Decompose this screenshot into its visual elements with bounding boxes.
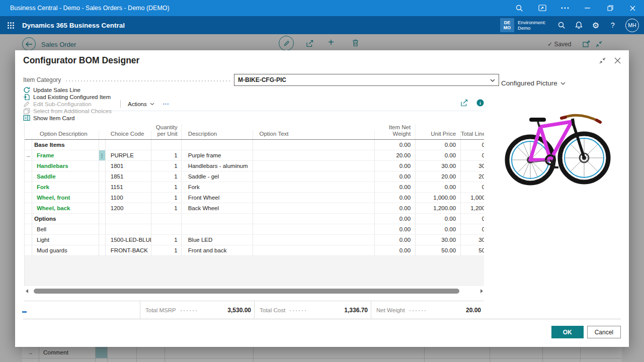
scroll-right-icon[interactable] bbox=[479, 289, 484, 293]
option-text-cell[interactable] bbox=[253, 140, 375, 150]
total-line-price-cell[interactable]: 0.00 bbox=[461, 224, 484, 234]
minimize-icon[interactable] bbox=[576, 0, 599, 16]
bell-icon[interactable] bbox=[570, 16, 587, 34]
net-weight-cell[interactable]: 0.00 bbox=[375, 161, 416, 171]
table-row[interactable]: Wheel, back12001Back Wheel0.001,200.001,… bbox=[25, 203, 484, 214]
choice-code-cell[interactable]: 1151 bbox=[106, 182, 151, 192]
share-icon[interactable] bbox=[460, 99, 468, 109]
choice-code-cell[interactable]: FRONT-BACK bbox=[106, 245, 151, 255]
choice-code-cell[interactable]: PURPLE bbox=[106, 150, 151, 160]
option-text-cell[interactable] bbox=[253, 235, 375, 245]
option-text-cell[interactable] bbox=[253, 245, 375, 255]
total-line-price-cell[interactable]: 30.00 bbox=[461, 161, 484, 171]
quantity-cell[interactable] bbox=[151, 214, 182, 224]
avatar[interactable]: MH bbox=[625, 19, 639, 32]
option-description-cell[interactable]: Mud guards bbox=[32, 245, 99, 255]
assist-edit-cell[interactable] bbox=[99, 235, 106, 245]
scrollbar-thumb[interactable] bbox=[34, 289, 459, 294]
total-line-price-cell[interactable]: 0.00 bbox=[461, 214, 484, 224]
table-row[interactable]: Mud guardsFRONT-BACK1Front and back0.005… bbox=[25, 245, 484, 256]
row-selector-cell[interactable]: → bbox=[25, 150, 32, 160]
assist-edit-cell[interactable] bbox=[99, 182, 106, 192]
option-description-cell[interactable]: Bell bbox=[32, 224, 99, 234]
row-selector-cell[interactable] bbox=[25, 182, 32, 192]
choice-code-cell[interactable]: 1851 bbox=[106, 171, 151, 182]
choice-code-cell[interactable]: 1500-LED-BLUE bbox=[106, 235, 151, 245]
option-description-cell[interactable]: Options bbox=[32, 214, 99, 224]
unit-price-cell[interactable]: 0.00 bbox=[416, 224, 461, 234]
header-unit-price[interactable]: Unit Price bbox=[416, 131, 461, 139]
header-choice-code[interactable]: Choice Code bbox=[106, 131, 151, 139]
row-selector-cell[interactable] bbox=[25, 171, 32, 182]
unit-price-cell[interactable]: 0.00 bbox=[416, 150, 461, 160]
total-line-price-cell[interactable]: 50.00 bbox=[461, 245, 484, 255]
description-cell[interactable]: Blue LED bbox=[182, 235, 253, 245]
table-row[interactable]: Bell0.000.000.00 bbox=[25, 224, 484, 235]
toolbar-overflow[interactable]: ⋯ bbox=[163, 100, 170, 108]
row-selector-cell[interactable] bbox=[25, 245, 32, 255]
header-total-line-price[interactable]: Total Line Price bbox=[461, 131, 484, 139]
total-line-price-cell[interactable]: 0.00 bbox=[461, 182, 484, 192]
chevron-down-icon[interactable] bbox=[490, 76, 495, 83]
header-item-net-weight[interactable]: Item Net Weight bbox=[375, 124, 416, 139]
assist-edit-cell[interactable] bbox=[99, 203, 106, 213]
search-icon[interactable] bbox=[553, 16, 570, 34]
assist-edit-button[interactable]: ⋮ bbox=[99, 150, 106, 160]
close-icon[interactable] bbox=[621, 0, 644, 16]
table-row[interactable]: Wheel, front11001Front Wheel0.001,000.00… bbox=[25, 193, 484, 203]
description-cell[interactable]: Back Wheel bbox=[182, 203, 253, 213]
quantity-cell[interactable]: 1 bbox=[151, 182, 182, 192]
unit-price-cell[interactable]: 30.00 bbox=[416, 161, 461, 171]
total-line-price-cell[interactable]: 30.00 bbox=[461, 235, 484, 245]
quantity-cell[interactable]: 1 bbox=[151, 235, 182, 245]
description-cell[interactable] bbox=[182, 140, 253, 150]
option-description-cell[interactable]: Fork bbox=[32, 182, 99, 192]
assist-edit-cell[interactable] bbox=[99, 193, 106, 203]
table-row[interactable]: Base Items0.000.000.00 bbox=[25, 140, 484, 150]
net-weight-cell[interactable]: 0.00 bbox=[375, 171, 416, 182]
row-selector-cell[interactable] bbox=[25, 193, 32, 203]
row-selector-cell[interactable] bbox=[25, 140, 32, 150]
total-line-price-cell[interactable]: 0.00 bbox=[461, 150, 484, 160]
scroll-left-icon[interactable] bbox=[24, 289, 29, 293]
total-line-price-cell[interactable]: 0.00 bbox=[461, 140, 484, 150]
description-cell[interactable] bbox=[182, 214, 253, 224]
total-line-price-cell[interactable]: 20.00 bbox=[461, 171, 484, 182]
gear-icon[interactable]: ⚙ bbox=[587, 16, 604, 34]
choice-code-cell[interactable] bbox=[106, 140, 151, 150]
choice-code-cell[interactable] bbox=[106, 224, 151, 234]
waffle-icon[interactable] bbox=[0, 16, 21, 34]
option-description-cell[interactable]: Wheel, front bbox=[32, 193, 99, 203]
quantity-cell[interactable]: 1 bbox=[151, 193, 182, 203]
toolbar-item-show-item-card[interactable]: Show Item Card bbox=[23, 115, 112, 121]
unit-price-cell[interactable]: 1,200.00 bbox=[416, 203, 461, 213]
option-text-cell[interactable] bbox=[253, 193, 375, 203]
restore-icon[interactable] bbox=[599, 0, 621, 16]
toolbar-item-load-existing-configured-item[interactable]: Load Existing Configured Item bbox=[23, 94, 112, 101]
assist-edit-cell[interactable] bbox=[99, 161, 106, 171]
collapse-icon[interactable] bbox=[599, 57, 606, 66]
unit-price-cell[interactable]: 30.00 bbox=[416, 235, 461, 245]
option-text-cell[interactable] bbox=[253, 150, 375, 160]
table-row[interactable]: →Frame⋮PURPLE1Purple frame20.000.000.00 bbox=[25, 150, 484, 161]
header-option-description[interactable]: Option Description bbox=[32, 131, 99, 139]
quantity-cell[interactable] bbox=[151, 224, 182, 234]
unit-price-cell[interactable]: 0.00 bbox=[416, 214, 461, 224]
choice-code-cell[interactable] bbox=[106, 214, 151, 224]
header-quantity-per-unit[interactable]: Quantity per Unit bbox=[151, 124, 182, 139]
assist-edit-cell[interactable] bbox=[99, 140, 106, 150]
help-icon[interactable]: ? bbox=[604, 16, 621, 34]
assist-edit-cell[interactable] bbox=[99, 224, 106, 234]
table-row[interactable]: Fork11511Fork0.000.000.00 bbox=[25, 182, 484, 193]
description-cell[interactable]: Handlebars - aluminum bbox=[182, 161, 253, 171]
quantity-cell[interactable]: 1 bbox=[151, 161, 182, 171]
description-cell[interactable]: Fork bbox=[182, 182, 253, 192]
net-weight-cell[interactable]: 0.00 bbox=[375, 193, 416, 203]
row-selector-cell[interactable] bbox=[25, 161, 32, 171]
option-description-cell[interactable]: Saddle bbox=[32, 171, 99, 182]
net-weight-cell[interactable]: 0.00 bbox=[375, 140, 416, 150]
table-row[interactable]: Saddle18511Saddle - gel0.0020.0020.00 bbox=[25, 171, 484, 182]
header-option-text[interactable]: Option Text bbox=[253, 131, 375, 139]
description-cell[interactable]: Purple frame bbox=[182, 150, 253, 160]
cancel-button[interactable]: Cancel bbox=[587, 326, 621, 338]
